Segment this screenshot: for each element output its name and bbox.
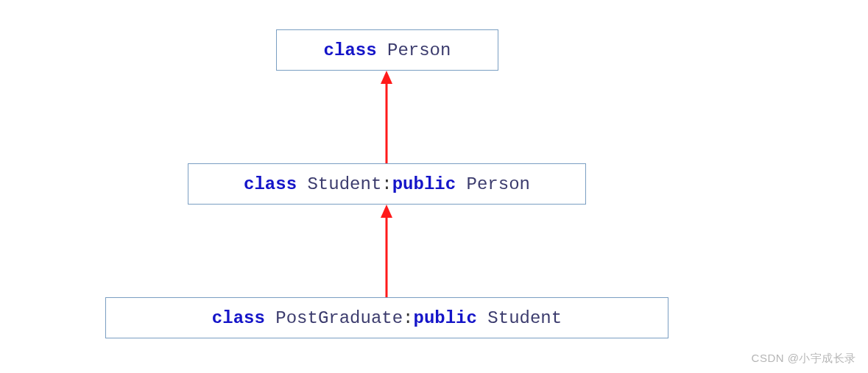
svg-marker-3: [381, 205, 392, 218]
inheritance-diagram: class Person class Student:public Person…: [0, 0, 868, 373]
class-box-person: class Person: [276, 29, 498, 71]
class-name-postgraduate: PostGraduate: [265, 308, 403, 328]
class-box-postgraduate: class PostGraduate:public Student: [105, 297, 668, 338]
class-name-student: Student: [297, 174, 381, 194]
watermark-text: CSDN @小宇成长录: [752, 352, 856, 366]
class-name-person: Person: [377, 40, 451, 60]
arrow-postgraduate-to-student: [384, 205, 389, 297]
base-class-person: Person: [456, 174, 530, 194]
base-class-student: Student: [477, 308, 562, 328]
class-box-student: class Student:public Person: [188, 163, 586, 205]
svg-marker-1: [381, 71, 392, 84]
colon-separator: :: [403, 308, 413, 328]
keyword-class: class: [324, 40, 377, 60]
keyword-public: public: [392, 174, 456, 194]
colon-separator: :: [381, 174, 392, 194]
keyword-public: public: [414, 308, 477, 328]
keyword-class: class: [244, 174, 297, 194]
keyword-class: class: [212, 308, 265, 328]
arrow-student-to-person: [384, 71, 389, 163]
